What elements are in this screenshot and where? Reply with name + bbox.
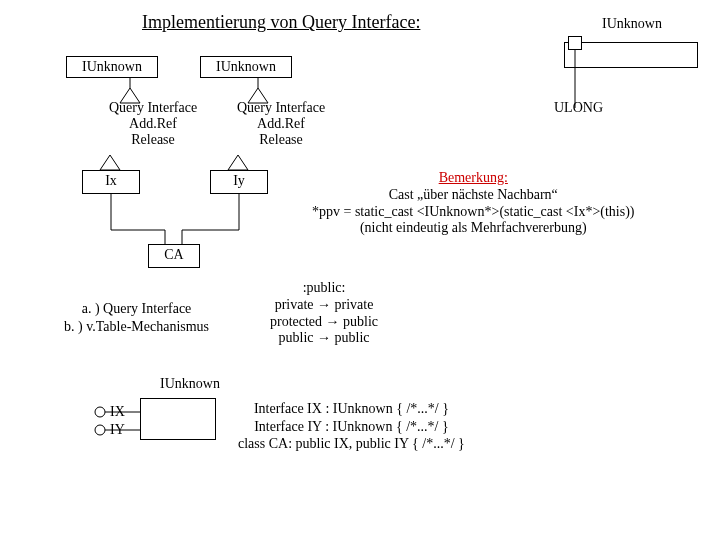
public-block: :public: private → private protected → p… (270, 280, 378, 347)
public-l2: private → private (270, 297, 378, 314)
public-l1: :public: (270, 280, 378, 297)
mid-method-1: Query Interface (226, 100, 336, 116)
left-iunknown-box: IUnknown (66, 56, 158, 78)
left-method-2: Add.Ref (98, 116, 208, 132)
bemerkung-head: Bemerkung: (312, 170, 635, 187)
connectors-svg (0, 0, 720, 540)
left-methods: Query Interface Add.Ref Release (98, 100, 208, 148)
mid-methods: Query Interface Add.Ref Release (226, 100, 336, 148)
iy-small-label: IY (110, 422, 125, 438)
public-l3: protected → public (270, 314, 378, 331)
iy-box: Iy (210, 170, 268, 194)
ca-text: CA (164, 247, 183, 262)
mid-iunknown-box: IUnknown (200, 56, 292, 78)
top-right-iunknown-label: IUnknown (602, 16, 662, 32)
left-method-1: Query Interface (98, 100, 208, 116)
svg-marker-3 (100, 155, 120, 170)
mechanism-l1: a. ) Query Interface (64, 300, 209, 318)
mechanism-block: a. ) Query Interface b. ) v.Table-Mechan… (64, 300, 209, 335)
page-title: Implementierung von Query Interface: (142, 12, 420, 33)
top-right-box (564, 42, 698, 68)
public-l4: public → public (270, 330, 378, 347)
ulong-label: ULONG (554, 100, 603, 116)
left-iunknown-text: IUnknown (82, 59, 142, 74)
mid-iunknown-text: IUnknown (216, 59, 276, 74)
lower-iunknown-label: IUnknown (160, 376, 220, 392)
bemerkung-block: Bemerkung: Cast „über nächste Nachbarn“ … (312, 170, 635, 237)
left-method-3: Release (98, 132, 208, 148)
code-l2: Interface IY : IUnknown { /*...*/ } (238, 418, 465, 436)
mechanism-l2: b. ) v.Table-Mechanismus (64, 318, 209, 336)
code-l3: class CA: public IX, public IY { /*...*/… (238, 435, 465, 453)
ix-small-label: IX (110, 404, 125, 420)
bemerkung-l3: (nicht eindeutig als Mehrfachvererbung) (312, 220, 635, 237)
svg-point-14 (95, 425, 105, 435)
mid-method-2: Add.Ref (226, 116, 336, 132)
iy-text: Iy (233, 173, 245, 188)
bemerkung-l1: Cast „über nächste Nachbarn“ (312, 187, 635, 204)
svg-marker-6 (228, 155, 248, 170)
code-block: Interface IX : IUnknown { /*...*/ } Inte… (238, 400, 465, 453)
top-right-small-box (568, 36, 582, 50)
svg-point-13 (95, 407, 105, 417)
code-l1: Interface IX : IUnknown { /*...*/ } (238, 400, 465, 418)
bemerkung-l2: *ppv = static_cast <IUnknown*>(static_ca… (312, 204, 635, 221)
mid-method-3: Release (226, 132, 336, 148)
ix-box: Ix (82, 170, 140, 194)
lower-box (140, 398, 216, 440)
ix-text: Ix (105, 173, 117, 188)
ca-box: CA (148, 244, 200, 268)
